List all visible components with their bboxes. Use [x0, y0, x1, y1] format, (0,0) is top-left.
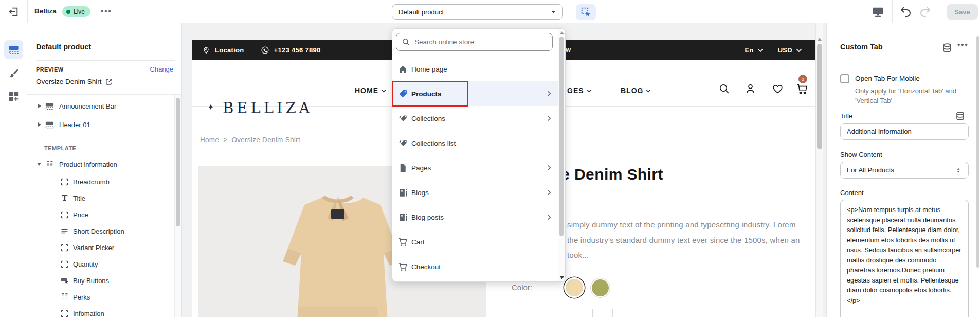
- content-label: Content: [840, 189, 864, 197]
- divider: [36, 60, 175, 61]
- layer-item-variant-picker[interactable]: Variant Picker: [27, 239, 174, 256]
- settings-panel: Custom Tab ••• Open Tab For Mobile Only …: [826, 23, 980, 317]
- size-option-box[interactable]: [566, 308, 587, 317]
- section-icon: [45, 120, 55, 130]
- wishlist-heart-icon[interactable]: [771, 82, 784, 95]
- announcement-right: En USD: [745, 40, 802, 60]
- layer-item-price[interactable]: Price: [27, 206, 174, 223]
- rail-item-apps[interactable]: [4, 87, 23, 106]
- language-selector[interactable]: En: [745, 46, 753, 54]
- redo-button[interactable]: [918, 5, 932, 19]
- exit-editor-button[interactable]: [6, 5, 20, 19]
- exit-icon: [8, 6, 19, 17]
- layer-item-buy-buttons[interactable]: Buy Buttons: [27, 272, 174, 289]
- layer-item-title[interactable]: T Title: [27, 190, 174, 206]
- currency-selector[interactable]: USD: [778, 46, 792, 54]
- scrollbar-up-arrow[interactable]: [818, 38, 822, 41]
- chevron-down-icon: [587, 89, 592, 93]
- button-cursor-icon: [60, 276, 69, 286]
- undo-button[interactable]: [899, 5, 913, 19]
- cart-count-badge: 0: [798, 75, 807, 83]
- location-link[interactable]: Location: [215, 46, 244, 54]
- layer-item-announcement-bar[interactable]: Announcement Bar: [27, 97, 174, 115]
- panel-scrollbar-thumb[interactable]: [976, 36, 979, 268]
- size-option-box[interactable]: [592, 309, 613, 317]
- rail-item-theme-settings[interactable]: [4, 64, 23, 83]
- select-element-tool-button[interactable]: [576, 4, 596, 20]
- menu-item-checkout[interactable]: Checkout: [393, 254, 558, 279]
- nav-blog[interactable]: BLOG: [621, 86, 651, 95]
- preview-page-name[interactable]: Oversize Denim Shirt: [36, 78, 112, 85]
- account-icon[interactable]: [744, 82, 757, 95]
- more-menu-button[interactable]: •••: [101, 7, 112, 15]
- menu-item-home-page[interactable]: Home page: [393, 57, 558, 81]
- desktop-view-button[interactable]: [870, 5, 885, 19]
- layer-item-breadcrumb[interactable]: Breadcrumb: [27, 173, 174, 190]
- add-blocks-icon: [8, 91, 20, 102]
- panel-heading: Default product: [36, 43, 91, 51]
- menu-item-pages[interactable]: Pages: [393, 155, 558, 180]
- layer-item-quantity[interactable]: Quantity: [27, 256, 174, 272]
- block-settings-title: Custom Tab: [840, 43, 883, 51]
- menu-item-collections[interactable]: Collections: [393, 106, 558, 131]
- dynamic-source-icon[interactable]: [955, 111, 965, 121]
- menu-item-cart[interactable]: Cart: [393, 230, 558, 254]
- nav-home[interactable]: HOME: [355, 86, 386, 95]
- open-tab-for-mobile-checkbox[interactable]: [840, 74, 849, 83]
- change-preview-link[interactable]: Change: [150, 65, 173, 73]
- layers-panel: Default product PREVIEW Change Oversize …: [27, 23, 182, 317]
- color-option-label: Color:: [512, 283, 532, 292]
- search-icon[interactable]: [718, 82, 731, 95]
- title-field-input[interactable]: [840, 123, 969, 140]
- store-logo[interactable]: BELLIZA: [206, 99, 313, 117]
- paintbrush-icon: [8, 68, 20, 80]
- layer-item-header[interactable]: Header 01: [27, 115, 174, 134]
- color-swatch-beige[interactable]: [564, 277, 585, 298]
- caret-down-icon[interactable]: [37, 163, 41, 166]
- dynamic-source-icon[interactable]: [942, 43, 952, 53]
- breadcrumb-separator: >: [223, 136, 227, 144]
- caret-right-icon[interactable]: [38, 104, 41, 108]
- menu-item-products[interactable]: Products: [393, 81, 558, 106]
- caret-right-icon[interactable]: [38, 122, 41, 127]
- chevron-right-icon: [545, 114, 553, 122]
- select-updown-icon: [955, 167, 962, 174]
- layer-item-product-information[interactable]: Product information: [27, 156, 174, 172]
- page-selector-dropdown[interactable]: Default product: [392, 4, 563, 20]
- color-swatch-olive[interactable]: [591, 278, 610, 297]
- scrollbar-up-arrow[interactable]: [560, 31, 564, 34]
- nav-pages-partial[interactable]: GES: [567, 86, 592, 95]
- undo-icon: [900, 6, 912, 18]
- search-input[interactable]: [414, 38, 547, 46]
- panel-scrollbar: [174, 95, 181, 317]
- cart-icon[interactable]: [796, 82, 809, 95]
- title-field-label: Title: [840, 112, 852, 120]
- chevron-down-icon: [381, 89, 386, 93]
- layer-item-infomation[interactable]: Infomation: [27, 305, 174, 317]
- content-textarea[interactable]: <p>Nam tempus turpis at metus scelerisqu…: [840, 200, 969, 317]
- layer-item-perks[interactable]: Perks: [27, 289, 174, 305]
- preview-scrollbar-thumb[interactable]: [817, 44, 822, 149]
- panel-scrollbar-thumb[interactable]: [176, 98, 180, 226]
- layer-item-short-description[interactable]: Short Description: [27, 223, 174, 239]
- block-more-menu-button[interactable]: •••: [957, 40, 969, 49]
- partial-hidden-text: w: [566, 46, 571, 54]
- menu-item-blogs[interactable]: Blogs: [393, 180, 558, 205]
- breadcrumb-home-link[interactable]: Home: [200, 136, 219, 144]
- save-button[interactable]: Save: [947, 4, 978, 20]
- menu-item-blog-posts[interactable]: Blog posts: [393, 205, 558, 230]
- text-icon: T: [60, 193, 69, 203]
- topbar: Belliza Live ••• Default product: [0, 0, 980, 23]
- frame-icon: [60, 210, 69, 220]
- rail-item-sections[interactable]: [4, 40, 23, 59]
- tag-icon: [398, 89, 408, 99]
- dropdown-scrollbar-thumb[interactable]: [559, 37, 564, 236]
- show-content-select[interactable]: For All Products: [840, 162, 969, 179]
- menu-item-collections-list[interactable]: Collections list: [393, 131, 558, 155]
- scrollbar-down-arrow[interactable]: [560, 276, 564, 279]
- page-selector-menu: Home page Products Collections Col: [392, 28, 566, 282]
- phone-number-link[interactable]: +123 456 7890: [274, 46, 321, 54]
- store-name: Belliza: [34, 7, 57, 15]
- online-store-search[interactable]: [396, 33, 553, 51]
- live-badge: Live: [62, 6, 90, 17]
